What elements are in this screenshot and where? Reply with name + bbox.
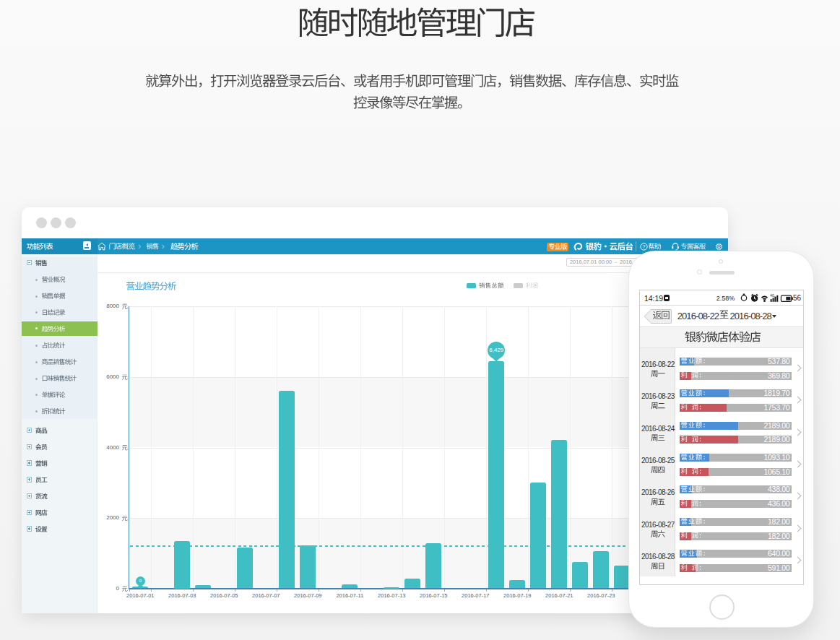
svg-text:4G: 4G [770,295,775,298]
